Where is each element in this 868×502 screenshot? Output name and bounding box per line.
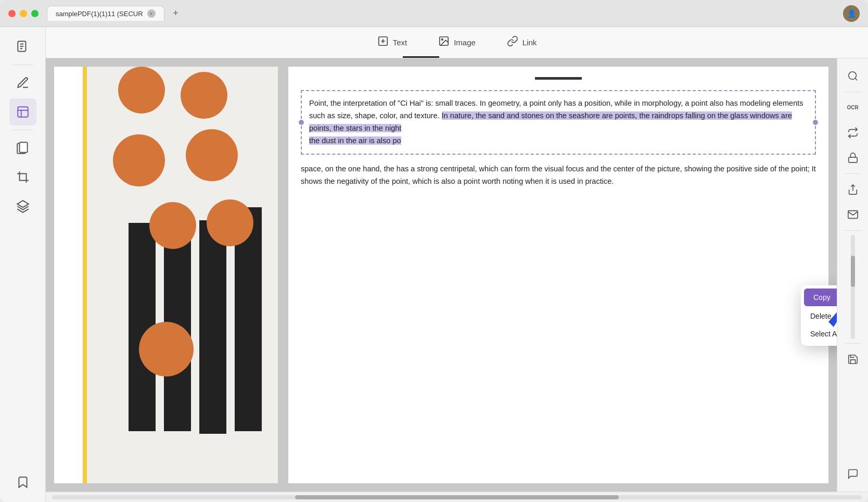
sidebar-divider-2: [12, 130, 33, 130]
toolbar-link-button[interactable]: Link: [500, 32, 544, 53]
text-panel: Point, the interpretation of "Ci Hai" is…: [288, 67, 828, 483]
left-sidebar: [0, 27, 46, 502]
vertical-scrollbar[interactable]: [851, 235, 855, 339]
text-selection-box[interactable]: Point, the interpretation of "Ci Hai" is…: [301, 90, 816, 155]
artwork: [87, 67, 278, 483]
svg-rect-19: [848, 157, 857, 162]
h-scrollbar-thumb[interactable]: [295, 495, 619, 499]
link-tool-icon: [507, 35, 518, 49]
image-panel: [54, 67, 278, 483]
sidebar-icon-bookmark[interactable]: [9, 469, 36, 496]
right-sidebar-convert[interactable]: [841, 121, 864, 144]
titlebar: samplePDF(1)(1)11 (SECUR × + 👤: [0, 0, 868, 27]
right-sidebar-share[interactable]: [841, 178, 864, 201]
pdf-page[interactable]: Point, the interpretation of "Ci Hai" is…: [46, 58, 837, 492]
right-sidebar-ocr[interactable]: OCR: [841, 96, 864, 119]
tab-close-button[interactable]: ×: [147, 9, 156, 18]
svg-marker-16: [828, 272, 837, 327]
bottom-bar: [46, 492, 868, 502]
tab-label: samplePDF(1)(1)11 (SECUR: [56, 10, 143, 18]
fullscreen-button[interactable]: [31, 10, 39, 17]
tab-bar: samplePDF(1)(1)11 (SECUR × +: [47, 6, 843, 21]
app-window: samplePDF(1)(1)11 (SECUR × + 👤: [0, 0, 868, 502]
right-sidebar-divider-2: [845, 173, 861, 174]
paragraph-2: space, on the one hand, the has a strong…: [301, 163, 816, 188]
toolbar-text-label: Text: [393, 38, 407, 47]
avatar[interactable]: 👤: [843, 5, 860, 22]
orange-circle-2: [181, 72, 227, 119]
right-sidebar-email[interactable]: [841, 203, 864, 226]
svg-line-18: [855, 78, 857, 80]
right-sidebar-save[interactable]: [841, 348, 864, 371]
right-sidebar-protect[interactable]: [841, 146, 864, 169]
orange-circle-6: [207, 199, 253, 246]
sidebar-icon-crop[interactable]: [9, 164, 36, 191]
svg-rect-8: [19, 142, 27, 153]
svg-point-17: [848, 72, 856, 80]
paragraph-1: Point, the interpretation of "Ci Hai" is…: [309, 97, 808, 147]
scrollbar-thumb[interactable]: [851, 256, 855, 287]
close-button[interactable]: [8, 10, 16, 17]
art-container: [87, 67, 278, 483]
sidebar-icon-pages[interactable]: [9, 134, 36, 161]
horizontal-scrollbar[interactable]: [52, 495, 862, 499]
paragraph-2-start: space, on the one hand, the: [301, 165, 394, 173]
selection-handle-left: [299, 120, 304, 125]
blue-arrow: [818, 270, 837, 332]
tab-pdf[interactable]: samplePDF(1)(1)11 (SECUR ×: [47, 6, 164, 21]
sidebar-icon-annotate[interactable]: [9, 69, 36, 96]
black-bar-3: [199, 220, 226, 434]
minimize-button[interactable]: [20, 10, 27, 17]
toolbar-active-indicator: [403, 56, 439, 58]
toolbar: Text Image: [46, 27, 868, 58]
svg-marker-10: [17, 200, 29, 207]
sidebar-divider-1: [12, 65, 33, 65]
content-area: Point, the interpretation of "Ci Hai" is…: [46, 58, 868, 492]
sidebar-icon-document[interactable]: [9, 33, 36, 60]
svg-point-15: [442, 39, 443, 40]
right-sidebar-divider-3: [845, 230, 861, 231]
right-sidebar-search[interactable]: [841, 65, 864, 87]
toolbar-image-label: Image: [454, 38, 476, 47]
toolbar-link-label: Link: [522, 38, 537, 47]
svg-rect-4: [18, 107, 28, 117]
image-tool-icon: [438, 35, 450, 49]
text-tool-icon: [377, 35, 389, 49]
yellow-line: [83, 67, 87, 483]
orange-circle-1: [118, 67, 165, 114]
new-tab-button[interactable]: +: [169, 6, 183, 21]
sidebar-icon-layers[interactable]: [9, 193, 36, 220]
page-title-underline: [535, 77, 582, 80]
ocr-label: OCR: [847, 105, 858, 110]
orange-circle-7: [139, 322, 194, 376]
right-sidebar-divider-4: [845, 343, 861, 344]
orange-circle-5: [149, 202, 196, 249]
right-sidebar-divider-1: [845, 92, 861, 92]
toolbar-image-button[interactable]: Image: [431, 32, 483, 53]
selection-handle-right: [813, 120, 818, 125]
orange-circle-3: [113, 134, 165, 186]
page-content: Point, the interpretation of "Ci Hai" is…: [54, 67, 828, 483]
svg-rect-9: [19, 174, 26, 181]
sidebar-icon-edit[interactable]: [9, 98, 36, 126]
toolbar-text-button[interactable]: Text: [370, 32, 415, 53]
orange-circle-4: [186, 129, 238, 181]
traffic-lights: [8, 10, 39, 17]
main-area: Text Image: [0, 27, 868, 502]
right-sidebar: OCR: [837, 58, 868, 492]
right-sidebar-chat[interactable]: [841, 462, 864, 485]
highlighted-text-partial: the dust in the air is also po: [309, 136, 401, 145]
